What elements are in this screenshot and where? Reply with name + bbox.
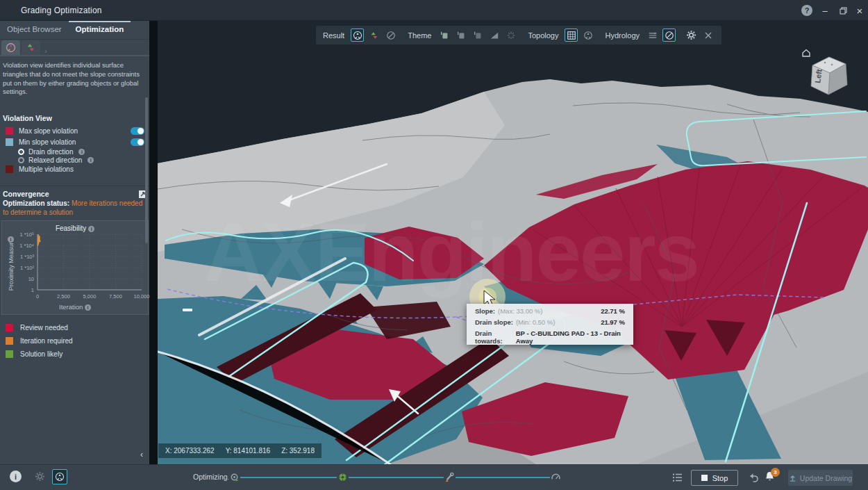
chevron-right-icon[interactable]: › bbox=[44, 47, 47, 55]
tooltip-slope-row: Slope: (Max: 33.00 %) 22.71 % bbox=[475, 307, 625, 318]
milestone-converge-icon bbox=[550, 471, 562, 483]
min-slope-toggle[interactable] bbox=[131, 138, 144, 146]
info-icon[interactable]: i bbox=[10, 471, 22, 482]
theme-contour-1-button[interactable] bbox=[437, 28, 451, 42]
settings-gear-icon[interactable] bbox=[35, 471, 45, 484]
bottom-status-bar: i Optimizing... Stop bbox=[0, 464, 868, 490]
restore-window-icon[interactable] bbox=[836, 4, 850, 17]
violation-view-icon bbox=[353, 31, 362, 40]
legend-review-needed: Review needed bbox=[6, 322, 144, 332]
notification-count-badge[interactable]: 3 bbox=[771, 468, 780, 477]
violation-view-icon bbox=[55, 472, 65, 482]
milestone-preprocess-icon bbox=[228, 471, 240, 483]
topology-grid-button[interactable] bbox=[565, 28, 578, 42]
sun-icon bbox=[506, 31, 516, 40]
home-icon[interactable] bbox=[803, 50, 810, 57]
slope-tooltip: Slope: (Max: 33.00 %) 22.71 % Drain slop… bbox=[467, 304, 633, 345]
sidebar-scrollbar[interactable] bbox=[145, 97, 148, 243]
tooltip-drain-slope-row: Drain slope: (Min: 0.50 %) 21.97 % bbox=[475, 318, 625, 329]
multiple-violations-swatch bbox=[6, 165, 13, 173]
max-slope-violation-row: Max slope violation bbox=[6, 126, 144, 136]
sidebar-tabs: Object Browser Optimization bbox=[0, 21, 149, 40]
relaxed-direction-info-icon[interactable]: i bbox=[87, 157, 94, 163]
display-order-icon[interactable] bbox=[672, 472, 683, 486]
relaxed-direction-radio[interactable] bbox=[18, 157, 24, 163]
slope-ramp-button[interactable] bbox=[487, 28, 501, 42]
undo-icon[interactable] bbox=[747, 471, 759, 486]
no-result-button[interactable] bbox=[384, 28, 397, 42]
drain-direction-info-icon[interactable]: i bbox=[78, 149, 85, 155]
violation-view-mode-button[interactable] bbox=[52, 469, 67, 484]
no-flow-icon bbox=[665, 31, 674, 40]
stop-square-icon bbox=[701, 475, 708, 481]
flow-lines-icon bbox=[648, 31, 658, 40]
milestone-optimize-icon bbox=[337, 471, 349, 483]
z-coordinate: Z: 352.918 bbox=[281, 447, 315, 455]
optimizing-label: Optimizing... bbox=[193, 473, 233, 481]
sidebar-tool-tabs: › bbox=[0, 40, 149, 56]
max-slope-swatch bbox=[6, 127, 13, 135]
view-cube[interactable]: Left bbox=[797, 43, 850, 96]
max-slope-toggle[interactable] bbox=[131, 127, 144, 135]
toolbar-settings-button[interactable] bbox=[685, 28, 698, 42]
update-drawing-button[interactable]: Update Drawing bbox=[788, 470, 853, 486]
slope-direction-tool-tab[interactable] bbox=[22, 40, 40, 55]
tab-object-browser[interactable]: Object Browser bbox=[0, 21, 69, 39]
chart-title: Feasibility bbox=[56, 224, 86, 232]
milestone-adjust-icon bbox=[444, 471, 456, 483]
view-cube-body: Left bbox=[811, 57, 847, 95]
stop-button[interactable]: Stop bbox=[691, 470, 738, 486]
tab-optimization[interactable]: Optimization bbox=[69, 21, 131, 39]
violation-view-result-button[interactable] bbox=[351, 28, 364, 42]
sun-theme-button[interactable] bbox=[504, 28, 517, 42]
title-bar: Grading Optimization ? – × bbox=[0, 0, 868, 21]
topology-wheel-icon bbox=[583, 31, 593, 40]
tooltip-drain-towards-row: Drain towards: BP - C-BUILDING PAD - 13 … bbox=[475, 329, 625, 341]
chart-plot-area bbox=[35, 234, 144, 292]
theme-contour-3-button[interactable] bbox=[471, 28, 484, 42]
iteration-required-label: Iteration required bbox=[20, 337, 73, 345]
slope-direction-result-button[interactable] bbox=[367, 28, 381, 42]
slope-label: Slope: bbox=[475, 307, 495, 315]
solution-likely-swatch bbox=[6, 350, 13, 358]
min-slope-violation-row: Min slope violation bbox=[6, 137, 144, 147]
drain-slope-label: Drain slope: bbox=[475, 318, 513, 326]
review-needed-label: Review needed bbox=[20, 324, 68, 332]
iteration-required-swatch bbox=[6, 337, 13, 345]
feasibility-info-icon[interactable]: i bbox=[88, 226, 94, 232]
minimize-icon[interactable]: – bbox=[818, 4, 832, 17]
help-icon[interactable]: ? bbox=[801, 5, 812, 16]
theme-group-label: Theme bbox=[408, 31, 431, 40]
gear-icon bbox=[686, 30, 696, 40]
multiple-violations-row: Multiple violations bbox=[6, 164, 144, 174]
drain-slope-constraint: (Min: 0.50 %) bbox=[516, 318, 556, 326]
drain-direction-radio[interactable] bbox=[18, 149, 24, 155]
no-flow-button[interactable] bbox=[662, 28, 676, 42]
topology-group-label: Topology bbox=[528, 31, 558, 40]
slope-ramp-icon bbox=[490, 31, 499, 40]
theme-contour-2-button[interactable] bbox=[454, 28, 467, 42]
y-coordinate: Y: 814101.816 bbox=[226, 447, 271, 455]
panel-separator bbox=[149, 21, 158, 464]
flow-lines-button[interactable] bbox=[646, 28, 659, 42]
theme-contour-2-icon bbox=[456, 31, 466, 40]
iteration-info-icon[interactable]: i bbox=[85, 304, 91, 311]
legend-iteration-required: Iteration required bbox=[6, 336, 144, 345]
topology-wheel-button[interactable] bbox=[581, 28, 594, 42]
x-coordinate: X: 2067333.262 bbox=[165, 447, 215, 455]
feasibility-chart: Feasibility i Proximity Measure i 1 *10⁵… bbox=[1, 220, 149, 315]
no-result-icon bbox=[386, 31, 396, 40]
3d-viewport[interactable] bbox=[158, 21, 868, 464]
toolbar-close-icon[interactable] bbox=[701, 28, 715, 42]
violation-view-tool-tab[interactable] bbox=[1, 40, 20, 55]
optimization-progress-track bbox=[234, 477, 556, 478]
collapse-sidebar-icon[interactable]: ‹ bbox=[140, 450, 149, 459]
window-title: Grading Optimization bbox=[21, 6, 102, 15]
relaxed-direction-label: Relaxed direction bbox=[28, 156, 82, 164]
drain-towards-value: BP - C-BUILDING PAD - 13 - Drain Away bbox=[516, 329, 625, 345]
close-icon bbox=[704, 31, 712, 40]
drain-slope-value: 21.97 % bbox=[601, 318, 625, 326]
close-icon[interactable]: × bbox=[853, 4, 867, 17]
violation-view-icon bbox=[6, 42, 16, 53]
theme-contour-1-icon bbox=[440, 31, 449, 40]
